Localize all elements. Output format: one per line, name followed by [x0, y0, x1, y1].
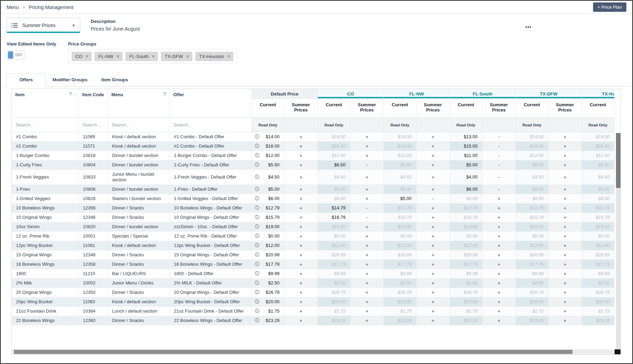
default-summer-action-cell[interactable]: + [284, 288, 318, 297]
view-edited-toggle[interactable]: OFF [7, 50, 25, 60]
summer-action-cell-fl-south[interactable]: + [482, 260, 516, 269]
tab-item-groups[interactable]: Item Groups [94, 74, 135, 86]
summer-action-cell-tx-dfw[interactable]: + [548, 142, 582, 151]
summer-action-cell-fl-nw[interactable]: - [416, 194, 450, 204]
item-search-input[interactable] [12, 118, 73, 132]
summer-action-cell-tx-dfw[interactable]: + [548, 250, 582, 260]
summer-action-cell-fl-south[interactable]: - [482, 185, 516, 194]
info-icon[interactable]: ⓘ [255, 308, 260, 314]
summer-action-cell-tx-dfw[interactable]: + [548, 307, 582, 316]
sort-ascending-icon[interactable]: ↑ [74, 92, 76, 97]
default-summer-action-cell[interactable]: + [284, 213, 318, 222]
summer-action-cell-fl-south[interactable]: - [482, 160, 516, 170]
summer-action-cell-tx-dfw[interactable]: + [548, 288, 582, 297]
info-icon[interactable]: ⓘ [255, 318, 260, 323]
info-icon[interactable]: ⓘ [255, 196, 260, 201]
summer-action-cell-fl-nw[interactable]: + [416, 151, 450, 160]
info-icon[interactable]: ⓘ [255, 233, 260, 239]
info-icon[interactable]: ⓘ [255, 262, 260, 267]
summer-action-cell-co[interactable]: + [350, 288, 384, 297]
summer-action-cell-tx-dfw[interactable]: + [548, 160, 582, 170]
default-summer-action-cell[interactable]: + [284, 316, 318, 325]
default-summer-action-cell[interactable]: + [284, 241, 318, 250]
info-icon[interactable]: ⓘ [255, 187, 260, 192]
summer-action-cell-fl-nw[interactable]: + [416, 170, 450, 185]
summer-action-cell-tx-dfw[interactable]: + [548, 213, 582, 222]
add-price-plan-button[interactable]: + Price Plan [593, 2, 626, 12]
summer-action-cell-fl-nw[interactable]: + [416, 279, 450, 288]
summer-action-cell-fl-south[interactable]: + [482, 204, 516, 213]
summer-action-cell-tx-dfw[interactable]: + [548, 232, 582, 241]
default-summer-action-cell[interactable]: + [284, 185, 318, 194]
default-summer-action-cell[interactable]: + [284, 160, 318, 170]
summer-action-cell-fl-south[interactable]: + [482, 194, 516, 204]
filter-icon[interactable] [68, 92, 73, 97]
info-icon[interactable]: ⓘ [255, 153, 260, 158]
summer-action-cell-tx-dfw[interactable]: + [548, 194, 582, 204]
summer-action-cell-co[interactable]: + [350, 279, 384, 288]
summer-action-cell-tx-dfw[interactable]: + [548, 297, 582, 307]
info-icon[interactable]: ⓘ [255, 243, 260, 248]
info-icon[interactable]: ⓘ [255, 134, 260, 140]
info-icon[interactable]: ⓘ [255, 299, 260, 305]
summer-action-cell-co[interactable]: + [350, 232, 384, 241]
default-summer-action-cell[interactable]: + [284, 194, 318, 204]
summer-action-cell-fl-nw[interactable]: + [416, 142, 450, 151]
vertical-scrollbar[interactable] [616, 133, 620, 349]
filter-icon[interactable] [163, 92, 167, 97]
info-icon[interactable]: ⓘ [255, 162, 260, 168]
chip-remove-icon[interactable]: ✕ [227, 54, 230, 59]
info-icon[interactable]: ⓘ [255, 205, 260, 211]
summer-action-cell-fl-nw[interactable]: + [416, 160, 450, 170]
info-icon[interactable]: ⓘ [255, 252, 260, 258]
info-icon[interactable]: ⓘ [255, 215, 260, 220]
summer-action-cell-co[interactable]: + [350, 151, 384, 160]
item-code-search-input[interactable] [79, 118, 105, 132]
price-plan-selector[interactable]: Summer Prices ▼ [7, 18, 80, 33]
summer-action-cell-co[interactable]: + [350, 170, 384, 185]
summer-action-cell-tx-dfw[interactable]: + [548, 279, 582, 288]
summer-action-cell-fl-south[interactable]: + [482, 241, 516, 250]
summer-action-cell-co[interactable]: + [350, 132, 384, 142]
default-summer-action-cell[interactable]: + [284, 297, 318, 307]
summer-action-cell-fl-south[interactable]: + [482, 307, 516, 316]
summer-action-cell-co[interactable]: + [350, 241, 384, 250]
chip-remove-icon[interactable]: ✕ [85, 54, 89, 59]
summer-action-cell-fl-south[interactable]: - [482, 142, 516, 151]
summer-action-cell-co[interactable]: + [350, 194, 384, 204]
summer-action-cell-co[interactable]: + [350, 222, 384, 232]
summer-action-cell-fl-south[interactable]: + [482, 279, 516, 288]
price-groups-chipbox[interactable]: CO✕FL-NW✕FL-South✕TX-DFW✕TX-Houston✕ [68, 49, 237, 64]
default-summer-action-cell[interactable]: + [284, 260, 318, 269]
summer-action-cell-tx-dfw[interactable]: + [548, 269, 582, 279]
tab-offers[interactable]: Offers [7, 73, 46, 86]
default-summer-action-cell[interactable]: + [284, 151, 318, 160]
summer-action-cell-tx-dfw[interactable]: + [548, 241, 582, 250]
summer-action-cell-tx-dfw[interactable]: + [548, 222, 582, 232]
summer-action-cell-co[interactable]: - [350, 204, 384, 213]
info-icon[interactable]: ⓘ [255, 290, 260, 295]
tab-modifier-groups[interactable]: Modifier Groups [46, 74, 94, 86]
summer-action-cell-fl-nw[interactable]: + [416, 316, 450, 325]
info-icon[interactable]: ⓘ [255, 280, 260, 286]
summer-action-cell-fl-nw[interactable]: + [416, 297, 450, 307]
summer-action-cell-fl-nw[interactable]: + [416, 132, 450, 142]
summer-action-cell-co[interactable]: - [350, 160, 384, 170]
item-column-header[interactable]: Item↑ [12, 89, 79, 118]
summer-action-cell-fl-nw[interactable]: + [416, 213, 450, 222]
summer-action-cell-fl-south[interactable]: + [482, 250, 516, 260]
overflow-menu-icon[interactable]: ••• [525, 24, 532, 30]
summer-action-cell-tx-dfw[interactable]: + [548, 132, 582, 142]
summer-action-cell-fl-nw[interactable]: + [416, 222, 450, 232]
summer-action-cell-fl-south[interactable]: - [482, 151, 516, 160]
summer-action-cell-fl-south[interactable]: + [482, 269, 516, 279]
summer-action-cell-fl-nw[interactable]: + [416, 260, 450, 269]
summer-action-cell-fl-nw[interactable]: + [416, 232, 450, 241]
default-summer-action-cell[interactable]: + [284, 307, 318, 316]
vertical-scrollbar-thumb[interactable] [616, 133, 620, 188]
menu-search-input[interactable] [108, 118, 165, 132]
default-summer-action-cell[interactable]: + [284, 279, 318, 288]
default-summer-action-cell[interactable]: + [284, 142, 318, 151]
summer-action-cell-fl-nw[interactable]: + [416, 204, 450, 213]
info-icon[interactable]: ⓘ [255, 143, 260, 149]
